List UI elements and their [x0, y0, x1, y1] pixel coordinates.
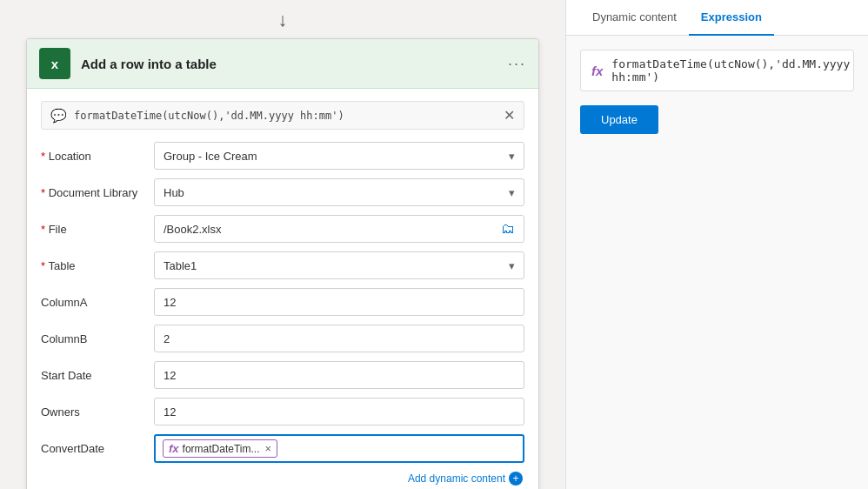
right-panel: Dynamic content Expression fx formatDate… [565, 0, 868, 489]
convertdate-row: ConvertDate fx formatDateTim... × [41, 434, 524, 463]
table-label: Table [41, 259, 154, 272]
tab-dynamic-content[interactable]: Dynamic content [580, 0, 689, 36]
file-browse-icon[interactable]: 🗂 [501, 221, 515, 237]
fx-icon: fx [591, 64, 603, 78]
location-label: Location [41, 150, 154, 163]
panel-body: fx formatDateTime(utcNow(),'dd.MM.yyyy h… [566, 36, 868, 489]
file-label: File [41, 223, 154, 236]
location-select[interactable]: Group - Ice Cream ▾ [154, 142, 524, 170]
add-dynamic-label: Add dynamic content [408, 472, 505, 485]
panel-tabs: Dynamic content Expression [566, 0, 868, 36]
document-library-chevron-icon: ▾ [509, 186, 515, 199]
tab-expression[interactable]: Expression [689, 0, 774, 36]
formula-bar: 💬 formatDateTime(utcNow(),'dd.MM.yyyy hh… [41, 101, 524, 130]
startdate-row: Start Date 12 [41, 361, 524, 389]
columnb-row: ColumnB 2 [41, 325, 524, 352]
card-body: 💬 formatDateTime(utcNow(),'dd.MM.yyyy hh… [27, 89, 538, 489]
card-menu-button[interactable]: ··· [508, 55, 526, 73]
token-remove-button[interactable]: × [264, 442, 271, 455]
expression-bar: fx formatDateTime(utcNow(),'dd.MM.yyyy h… [580, 50, 854, 91]
formula-bar-chat-icon: 💬 [50, 108, 67, 124]
table-value: Table1 [164, 259, 197, 272]
file-value: /Book2.xlsx [164, 223, 221, 236]
owners-label: Owners [41, 405, 154, 419]
card-title: Add a row into a table [81, 57, 508, 71]
convertdate-label: ConvertDate [41, 442, 154, 455]
location-value: Group - Ice Cream [164, 150, 257, 163]
excel-icon: x [39, 48, 70, 79]
file-row: File /Book2.xlsx 🗂 [41, 215, 524, 243]
excel-letter: x [51, 57, 58, 71]
token-fx-icon: fx [169, 442, 179, 455]
table-select[interactable]: Table1 ▾ [154, 251, 524, 279]
expression-text: formatDateTime(utcNow(),'dd.MM.yyyy hh:m… [611, 57, 850, 84]
add-dynamic-content-button[interactable]: Add dynamic content + [41, 472, 524, 486]
file-input[interactable]: /Book2.xlsx 🗂 [154, 215, 524, 243]
formula-bar-close-button[interactable]: ✕ [504, 107, 515, 124]
location-chevron-icon: ▾ [509, 150, 515, 163]
startdate-label: Start Date [41, 369, 154, 382]
columnb-label: ColumnB [41, 332, 154, 345]
convertdate-token: fx formatDateTim... × [163, 439, 277, 458]
down-arrow-icon: ↓ [278, 9, 288, 31]
columnb-input[interactable]: 2 [154, 325, 524, 352]
columna-label: ColumnA [41, 296, 154, 309]
table-row: Table Table1 ▾ [41, 251, 524, 279]
update-button[interactable]: Update [580, 105, 658, 134]
main-area: ↓ x Add a row into a table ··· 💬 formatD… [0, 0, 565, 489]
location-row: Location Group - Ice Cream ▾ [41, 142, 524, 170]
document-library-select[interactable]: Hub ▾ [154, 178, 524, 206]
document-library-row: Document Library Hub ▾ [41, 178, 524, 206]
document-library-label: Document Library [41, 186, 154, 199]
add-dynamic-plus-icon: + [509, 472, 523, 486]
owners-input[interactable]: 12 [154, 398, 524, 425]
table-chevron-icon: ▾ [509, 259, 515, 272]
formula-bar-text: formatDateTime(utcNow(),'dd.MM.yyyy hh:m… [74, 110, 504, 122]
action-card: x Add a row into a table ··· 💬 formatDat… [26, 38, 539, 489]
startdate-input[interactable]: 12 [154, 361, 524, 389]
columna-row: ColumnA 12 [41, 288, 524, 316]
document-library-value: Hub [164, 186, 184, 199]
owners-row: Owners 12 [41, 398, 524, 425]
convertdate-token-field[interactable]: fx formatDateTim... × [154, 434, 524, 463]
token-text: formatDateTim... [183, 443, 260, 455]
card-header: x Add a row into a table ··· [27, 39, 538, 89]
columna-input[interactable]: 12 [154, 288, 524, 316]
